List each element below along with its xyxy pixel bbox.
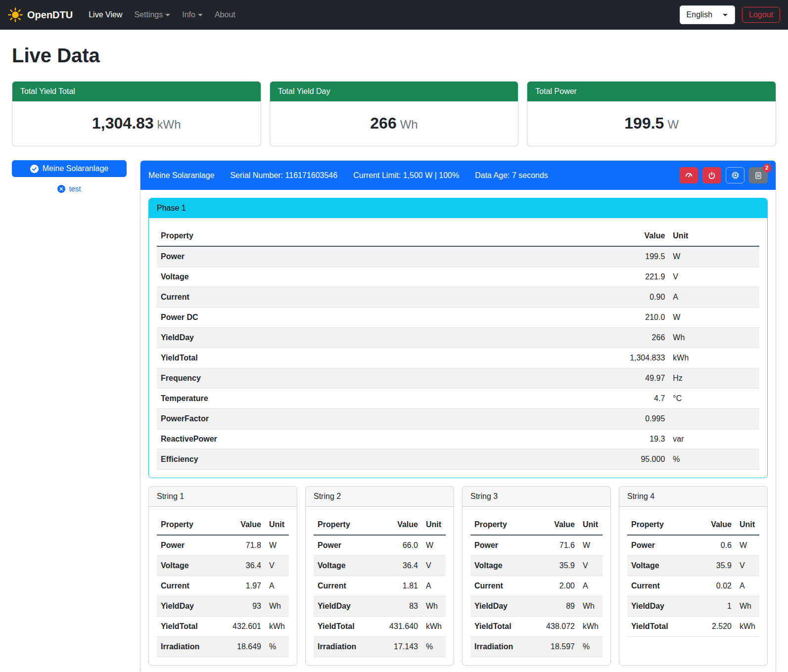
property-cell: Voltage xyxy=(157,267,536,287)
inverter-select-label: Meine Solaranlage xyxy=(43,164,108,173)
string-1-table: Property Value Unit Power xyxy=(157,515,289,657)
table-row: ReactivePower 19.3 var xyxy=(157,429,759,449)
table-row: Voltage 36.4 V xyxy=(314,556,446,576)
total-power-value: 199.5 xyxy=(624,114,664,132)
unit-cell: Wh xyxy=(669,328,759,348)
unit-cell: Hz xyxy=(669,368,759,389)
nav-about[interactable]: About xyxy=(209,5,241,25)
card-body: 266Wh xyxy=(270,101,518,146)
property-cell: YieldTotal xyxy=(627,617,700,637)
table-header-row: Property Value Unit xyxy=(470,515,603,535)
column-header-unit: Unit xyxy=(669,226,759,246)
string-3-table: Property Value Unit Power xyxy=(470,515,603,657)
value-cell: 18.649 xyxy=(229,637,265,657)
unit-cell: W xyxy=(265,535,289,556)
sidebar-item-test[interactable]: test xyxy=(12,183,127,195)
unit-cell: kWh xyxy=(736,617,759,637)
property-cell: Frequency xyxy=(157,368,536,389)
card-title: Total Yield Day xyxy=(270,82,518,101)
value-cell: 4.7 xyxy=(536,389,669,409)
inverter-data-age: Data Age: 7 seconds xyxy=(475,170,548,181)
column-header-unit: Unit xyxy=(736,515,759,535)
property-cell: YieldDay xyxy=(157,596,229,617)
unit-cell: V xyxy=(265,556,289,576)
property-cell: Current xyxy=(470,576,542,596)
table-row: YieldTotal 2.520 kWh xyxy=(627,617,759,637)
table-header-row: Property Value Unit xyxy=(157,226,759,246)
unit-cell: V xyxy=(422,556,446,576)
table-row: Frequency 49.97 Hz xyxy=(157,368,759,389)
navbar: OpenDTU Live View Settings Info About En… xyxy=(0,0,788,30)
table-header-row: Property Value Unit xyxy=(627,515,759,535)
property-cell: YieldDay xyxy=(314,596,385,617)
table-row: Voltage 35.9 V xyxy=(470,556,603,576)
column-header-unit: Unit xyxy=(579,515,603,535)
string-card-title: String 4 xyxy=(619,487,767,507)
table-row: Voltage 221.9 V xyxy=(157,267,759,287)
unit-cell: V xyxy=(579,556,603,576)
card-body: 199.5W xyxy=(527,101,776,146)
strings-row: String 1 Property Value Unit xyxy=(148,486,768,666)
column-header-value: Value xyxy=(385,515,422,535)
value-cell: 2.00 xyxy=(542,576,579,596)
gauge-icon xyxy=(685,171,693,179)
table-row: YieldTotal 438.072 kWh xyxy=(470,617,603,637)
card-title: Total Power xyxy=(527,82,776,101)
event-log-button[interactable]: 2 xyxy=(749,167,768,183)
sun-icon xyxy=(8,7,23,22)
card-body: 1,304.83kWh xyxy=(12,101,261,146)
journal-icon xyxy=(754,172,762,179)
nav-links: Live View Settings Info About xyxy=(83,5,241,25)
total-yield-total-unit: kWh xyxy=(157,118,181,131)
total-yield-total-card: Total Yield Total 1,304.83kWh xyxy=(12,81,261,146)
brand-link[interactable]: OpenDTU xyxy=(8,7,73,22)
property-cell: Power xyxy=(157,246,536,267)
table-row: Irradiation 18.649 % xyxy=(157,637,289,657)
value-cell: 95.000 xyxy=(536,449,669,470)
language-select[interactable]: English xyxy=(680,5,735,24)
nav-live-view[interactable]: Live View xyxy=(83,5,128,25)
string-card-body: Property Value Unit Power xyxy=(306,507,454,665)
nav-info-label: Info xyxy=(182,10,195,19)
value-cell: 66.0 xyxy=(385,535,422,556)
column-header-value: Value xyxy=(542,515,579,535)
total-yield-total-value: 1,304.83 xyxy=(92,114,154,132)
table-row: Power DC 210.0 W xyxy=(157,308,759,328)
value-cell: 0.90 xyxy=(536,287,669,308)
logout-button[interactable]: Logout xyxy=(742,7,780,23)
unit-cell: % xyxy=(579,637,603,657)
property-cell: Efficiency xyxy=(157,449,536,470)
nav-settings[interactable]: Settings xyxy=(128,5,176,25)
inverter-select-button[interactable]: Meine Solaranlage xyxy=(12,160,127,177)
inverter-serial: Serial Number: 116171603546 xyxy=(230,170,337,181)
table-row: PowerFactor 0.995 xyxy=(157,409,759,429)
value-cell: 1.97 xyxy=(229,576,265,596)
device-info-button[interactable] xyxy=(726,167,744,183)
unit-cell: Wh xyxy=(422,596,446,617)
table-row: Voltage 35.9 V xyxy=(627,556,759,576)
phase-card-title: Phase 1 xyxy=(149,198,767,218)
unit-cell: Wh xyxy=(265,596,289,617)
value-cell: 71.6 xyxy=(542,535,579,556)
column-header-property: Property xyxy=(627,515,700,535)
limit-settings-button[interactable] xyxy=(679,167,698,183)
table-row: Power 199.5 W xyxy=(157,246,759,267)
value-cell: 0.995 xyxy=(536,409,669,429)
phase-card-body: Property Value Unit Power xyxy=(149,218,767,478)
value-cell: 1 xyxy=(700,596,736,617)
power-button[interactable] xyxy=(702,167,721,183)
value-cell: 36.4 xyxy=(385,556,422,576)
string-card-title: String 2 xyxy=(306,487,454,507)
property-cell: Power xyxy=(314,535,385,556)
unit-cell: kWh xyxy=(265,617,289,637)
string-4-table: Property Value Unit Power xyxy=(627,515,759,637)
value-cell: 18.597 xyxy=(542,637,579,657)
table-row: YieldTotal 1,304.833 kWh xyxy=(157,348,759,368)
table-row: Power 66.0 W xyxy=(314,535,446,556)
property-cell: Temperature xyxy=(157,389,536,409)
table-row: Efficiency 95.000 % xyxy=(157,449,759,470)
nav-info[interactable]: Info xyxy=(176,5,209,25)
value-cell: 438.072 xyxy=(542,617,579,637)
unit-cell: % xyxy=(265,637,289,657)
unit-cell: V xyxy=(736,556,759,576)
